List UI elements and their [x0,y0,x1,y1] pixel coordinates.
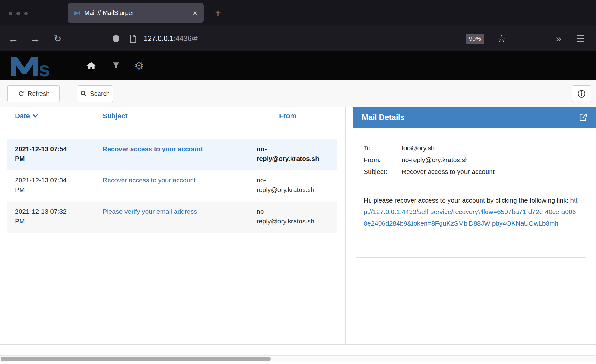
mail-body-text: Hi, please recover access to your accoun… [364,197,570,204]
mailslurper-logo[interactable]: s [9,54,65,79]
browser-url-toolbar: ← → ↻ 127.0.0.1:4436/# 90% ☆ » ☰ [0,26,596,51]
mail-rows: 2021-12-13 07:54 PM Recover access to yo… [7,139,337,233]
mail-details-card: To: foo@ory.sh From: no-reply@ory.kratos… [355,134,587,258]
mail-subject-link[interactable]: Recover access to your account [103,176,196,184]
mail-details-header: Mail Details [353,107,596,128]
home-icon[interactable] [84,51,98,80]
search-icon [81,91,87,97]
url-host: 127.0.0.1 [144,35,174,43]
refresh-button[interactable]: Refresh [7,85,60,102]
zoom-level-badge[interactable]: 90% [466,34,484,44]
svg-text:s: s [39,58,50,78]
content-bottom-border [0,344,596,345]
search-button-label: Search [90,90,109,97]
mail-row[interactable]: 2021-12-13 07:34 PM Recover access to yo… [7,170,337,202]
panel-divider [345,107,346,344]
new-tab-button[interactable]: + [211,6,225,20]
url-address-field[interactable]: 127.0.0.1:4436/# [144,26,198,51]
tracking-shield-icon[interactable] [111,26,121,51]
mail-date: 2021-12-13 07:32 PM [7,207,95,233]
mail-details-title: Mail Details [362,113,405,122]
mail-from: no-reply@ory.kratos.sh [249,144,337,170]
window-controls[interactable] [9,12,28,15]
to-label: To: [364,142,402,154]
filter-icon[interactable] [109,51,123,80]
mailslurper-navbar: s ⚙ [0,51,596,80]
mail-list-panel: Date Subject From 2021-12-13 07:54 PM Re… [7,107,337,233]
mail-row[interactable]: 2021-12-13 07:32 PM Please verify your e… [7,202,337,233]
open-external-icon[interactable] [579,113,587,122]
info-icon [577,90,586,98]
page-info-icon[interactable] [129,26,137,51]
to-value: foo@ory.sh [402,142,578,154]
hamburger-menu-icon[interactable]: ☰ [572,26,589,51]
mail-subject-link[interactable]: Please verify your email address [103,208,197,215]
refresh-icon [18,90,25,97]
column-header-subject[interactable]: Subject [95,112,249,120]
back-button[interactable]: ← [6,26,21,51]
sort-chevron-down-icon [33,114,38,118]
tab-close-icon[interactable]: × [192,9,199,17]
from-value: no-reply@ory.kratos.sh [402,154,578,166]
mailslurper-favicon-icon [74,11,80,15]
subject-value: Recover access to your account [402,166,578,178]
tab-title: Mail // MailSlurper [84,9,192,16]
window-control-dot[interactable] [16,12,20,15]
mail-from: no-reply@ory.kratos.sh [249,207,337,233]
toolbar-overflow-icon[interactable]: » [551,26,567,51]
details-divider [364,186,578,186]
refresh-button-label: Refresh [28,90,49,97]
reload-button[interactable]: ↻ [50,26,65,51]
browser-tab-bar: Mail // MailSlurper × + [0,0,596,26]
search-button[interactable]: Search [77,85,113,102]
window-control-dot[interactable] [9,12,12,15]
mail-from: no-reply@ory.kratos.sh [249,175,337,202]
horizontal-scrollbar-thumb[interactable] [1,357,271,361]
mail-body: Hi, please recover access to your accoun… [364,194,578,229]
mail-date: 2021-12-13 07:54 PM [7,144,95,170]
horizontal-scrollbar-track[interactable] [0,355,596,362]
window-control-dot[interactable] [24,12,28,15]
column-header-from[interactable]: From [249,112,337,120]
forward-button[interactable]: → [27,26,43,51]
from-label: From: [364,154,402,166]
mail-date: 2021-12-13 07:34 PM [7,175,95,202]
column-header-date[interactable]: Date [7,112,95,120]
mail-details-panel: Mail Details To: foo@ory.sh From: no-rep… [353,107,596,258]
url-port-path: :4436/# [174,35,198,43]
mail-subject-link[interactable]: Recover access to your account [103,145,203,152]
mail-list-header: Date Subject From [7,107,337,125]
bookmark-star-icon[interactable]: ☆ [494,26,509,51]
info-button[interactable] [572,85,591,102]
subject-label: Subject: [364,166,402,178]
settings-gear-icon[interactable]: ⚙ [132,51,146,80]
mail-row[interactable]: 2021-12-13 07:54 PM Recover access to yo… [7,139,337,170]
date-header-label: Date [15,112,30,120]
app-toolbar: Refresh Search [0,80,596,107]
browser-tab[interactable]: Mail // MailSlurper × [68,3,204,23]
